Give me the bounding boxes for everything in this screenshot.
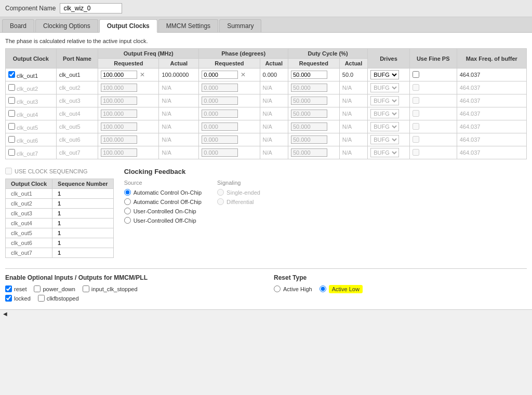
row-enable-cell[interactable]: clk_out3 <box>6 94 57 107</box>
row-phase-req-cell[interactable] <box>199 133 260 146</box>
row-fine-ps-cell[interactable] <box>409 120 457 133</box>
row-phase-req-cell[interactable] <box>199 120 260 133</box>
row-freq-req-input[interactable] <box>101 110 137 118</box>
row-drives-cell[interactable]: BUFG <box>368 69 410 81</box>
tab-board[interactable]: Board <box>2 19 34 32</box>
radio-active-high[interactable]: Active High <box>274 285 312 292</box>
row-freq-req-input[interactable] <box>101 71 137 79</box>
row-duty-req-input[interactable] <box>291 148 327 157</box>
use-clock-seq-checkbox[interactable] <box>5 168 12 174</box>
row-duty-req-cell[interactable] <box>288 69 339 81</box>
row-fine-ps-checkbox[interactable] <box>413 84 419 91</box>
opt-locked-label[interactable]: locked <box>5 295 31 302</box>
row-freq-req-input[interactable] <box>101 135 137 144</box>
row-duty-req-cell[interactable] <box>288 133 339 146</box>
row-phase-req-input[interactable] <box>202 84 238 92</box>
opt-locked-checkbox[interactable] <box>5 295 12 302</box>
opt-clkfbstopped-label[interactable]: clkfbstopped <box>38 295 79 302</box>
row-enable-cell[interactable]: clk_out5 <box>6 120 57 133</box>
row-drives-select[interactable]: BUFG <box>370 83 399 92</box>
scroll-left-arrow[interactable]: ◀ <box>1 311 9 317</box>
opt-input-clk-stopped-checkbox[interactable] <box>83 285 89 292</box>
radio-user-off-chip[interactable]: User-Controlled Off-Chip <box>124 217 202 224</box>
row-duty-req-input[interactable] <box>291 97 327 105</box>
row-duty-req-cell[interactable] <box>288 107 339 120</box>
row-phase-req-input[interactable] <box>202 97 238 105</box>
row-enable-checkbox[interactable] <box>8 71 15 78</box>
row-duty-req-cell[interactable] <box>288 146 339 159</box>
tab-mmcm-settings[interactable]: MMCM Settings <box>158 19 218 32</box>
row-enable-checkbox[interactable] <box>8 97 15 104</box>
radio-auto-off-chip[interactable]: Automatic Control Off-Chip <box>124 198 202 205</box>
row-drives-select[interactable]: BUFG <box>370 109 399 118</box>
row-freq-req-cell[interactable] <box>98 94 159 107</box>
opt-clkfbstopped-checkbox[interactable] <box>38 295 45 302</box>
row-phase-req-cell[interactable] <box>199 146 260 159</box>
row-freq-req-input[interactable] <box>101 148 137 157</box>
row-phase-req-input[interactable] <box>202 148 238 157</box>
tab-clocking-options[interactable]: Clocking Options <box>35 19 98 32</box>
opt-reset-checkbox[interactable] <box>5 285 12 292</box>
row-enable-checkbox[interactable] <box>8 149 15 156</box>
horizontal-scrollbar[interactable]: ◀ <box>0 309 532 318</box>
row-freq-req-input[interactable] <box>101 97 137 105</box>
row-freq-req-cell[interactable] <box>98 133 159 146</box>
row-fine-ps-checkbox[interactable] <box>413 97 419 104</box>
row-fine-ps-checkbox[interactable] <box>413 123 419 130</box>
row-drives-cell[interactable]: BUFG <box>368 107 410 120</box>
row-phase-req-input[interactable] <box>202 71 238 79</box>
row-drives-select[interactable]: BUFG <box>370 135 399 144</box>
row-drives-cell[interactable]: BUFG <box>368 94 410 107</box>
row-enable-checkbox[interactable] <box>8 136 15 143</box>
row-freq-req-cell[interactable] <box>98 146 159 159</box>
component-name-input[interactable] <box>60 3 122 13</box>
row-fine-ps-cell[interactable] <box>409 69 457 81</box>
row-freq-req-cell[interactable] <box>98 120 159 133</box>
row-duty-req-cell[interactable] <box>288 120 339 133</box>
row-freq-req-cell[interactable] <box>98 81 159 94</box>
opt-power-down-label[interactable]: power_down <box>34 285 75 292</box>
opt-reset-label[interactable]: reset <box>5 285 26 292</box>
row-duty-req-input[interactable] <box>291 135 327 144</box>
radio-active-low[interactable]: Active Low <box>320 285 363 292</box>
row-phase-req-cell[interactable] <box>199 94 260 107</box>
row-phase-req-input[interactable] <box>202 122 238 131</box>
row-enable-cell[interactable]: clk_out1 <box>6 69 57 81</box>
row-drives-select[interactable]: BUFG <box>370 122 399 131</box>
row-phase-req-cell[interactable]: ✕ <box>199 69 260 81</box>
row-fine-ps-cell[interactable] <box>409 81 457 94</box>
row-fine-ps-checkbox[interactable] <box>413 71 419 78</box>
freq-clear-btn[interactable]: ✕ <box>140 71 145 78</box>
row-drives-cell[interactable]: BUFG <box>368 146 410 159</box>
radio-auto-on-chip[interactable]: Automatic Control On-Chip <box>124 189 202 196</box>
row-freq-req-cell[interactable]: ✕ <box>98 69 159 81</box>
radio-user-on-chip[interactable]: User-Controlled On-Chip <box>124 208 202 214</box>
row-enable-checkbox[interactable] <box>8 110 15 117</box>
row-freq-req-cell[interactable] <box>98 107 159 120</box>
row-fine-ps-checkbox[interactable] <box>413 136 419 143</box>
row-fine-ps-cell[interactable] <box>409 107 457 120</box>
row-enable-checkbox[interactable] <box>8 123 15 130</box>
opt-input-clk-stopped-label[interactable]: input_clk_stopped <box>83 285 138 292</box>
row-duty-req-input[interactable] <box>291 84 327 92</box>
row-freq-req-input[interactable] <box>101 84 137 92</box>
tab-summary[interactable]: Summary <box>219 19 261 32</box>
row-phase-req-cell[interactable] <box>199 81 260 94</box>
row-drives-cell[interactable]: BUFG <box>368 81 410 94</box>
row-duty-req-input[interactable] <box>291 71 327 79</box>
opt-power-down-checkbox[interactable] <box>34 285 41 292</box>
row-duty-req-input[interactable] <box>291 122 327 131</box>
row-duty-req-cell[interactable] <box>288 81 339 94</box>
row-fine-ps-cell[interactable] <box>409 133 457 146</box>
row-duty-req-input[interactable] <box>291 110 327 118</box>
row-phase-req-input[interactable] <box>202 110 238 118</box>
row-fine-ps-checkbox[interactable] <box>413 149 419 156</box>
row-fine-ps-cell[interactable] <box>409 94 457 107</box>
row-enable-cell[interactable]: clk_out7 <box>6 146 57 159</box>
row-drives-select[interactable]: BUFG <box>370 96 399 105</box>
row-drives-select[interactable]: BUFG <box>370 70 399 79</box>
tab-output-clocks[interactable]: Output Clocks <box>99 19 157 33</box>
row-duty-req-cell[interactable] <box>288 94 339 107</box>
row-phase-req-input[interactable] <box>202 135 238 144</box>
row-enable-cell[interactable]: clk_out6 <box>6 133 57 146</box>
